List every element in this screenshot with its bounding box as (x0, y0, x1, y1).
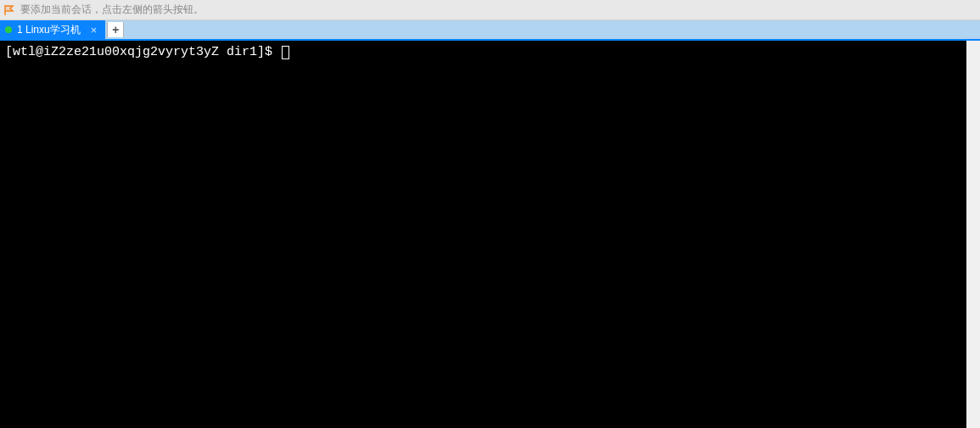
plus-icon: + (112, 23, 119, 36)
new-tab-button[interactable]: + (107, 22, 124, 37)
status-dot-icon (5, 26, 12, 33)
hint-bar: 要添加当前会话，点击左侧的箭头按钮。 (0, 0, 980, 20)
tab-active[interactable]: 1 Linxu学习机 × (0, 20, 105, 39)
scrollbar-thumb[interactable] (966, 41, 980, 428)
terminal-area[interactable]: [wtl@iZ2ze21u00xqjg2vyryt3yZ dir1]$ (0, 41, 980, 428)
close-icon[interactable]: × (89, 25, 99, 36)
cursor-icon (282, 46, 289, 59)
tab-label: 1 Linxu学习机 (17, 23, 81, 37)
hint-text: 要添加当前会话，点击左侧的箭头按钮。 (20, 3, 204, 17)
flag-icon (3, 4, 15, 16)
terminal-prompt: [wtl@iZ2ze21u00xqjg2vyryt3yZ dir1]$ (5, 45, 280, 59)
vertical-scrollbar[interactable] (966, 41, 980, 428)
tab-bar: 1 Linxu学习机 × + (0, 20, 980, 41)
